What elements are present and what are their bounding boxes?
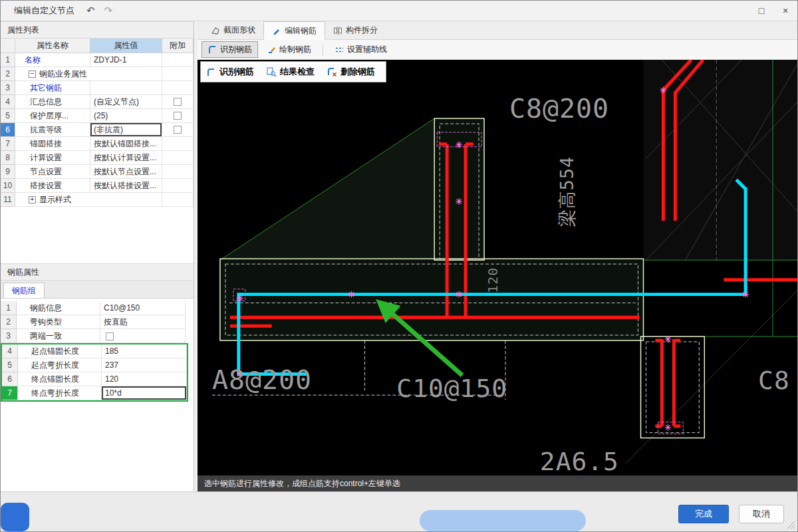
editor-tabs: 截面形状 编辑钢筋 构件拆分 xyxy=(198,21,797,40)
label-beam-height: 梁高554 xyxy=(557,156,577,227)
table-row[interactable]: 6终点锚固长度120 xyxy=(2,372,187,386)
window-title: 编辑自定义节点 xyxy=(14,5,74,17)
table-row[interactable]: 2−钢筋业务属性 xyxy=(1,67,194,81)
finish-button[interactable]: 完成 xyxy=(678,505,729,523)
highlight-group: 4起点锚固长度1855起点弯折长度2376终点锚固长度1207终点弯折长度10*… xyxy=(1,343,188,402)
table-row[interactable]: 8计算设置按默认计算设置... xyxy=(1,151,194,165)
row-number-cell: 6 xyxy=(1,123,15,137)
table-row[interactable]: 5保护层厚...(25) xyxy=(1,109,194,123)
attach-cell xyxy=(162,179,194,193)
background-window-artifact xyxy=(1,503,29,531)
corner-cell xyxy=(1,39,15,53)
identify-rebar-icon xyxy=(207,45,217,55)
property-value-cell[interactable]: 10*d xyxy=(102,386,187,400)
property-value-cell[interactable]: 按默认计算设置... xyxy=(90,151,162,165)
close-icon[interactable]: × xyxy=(773,1,797,21)
attach-cell xyxy=(162,81,194,95)
property-value-cell[interactable]: (非抗震) xyxy=(90,123,162,137)
menu-item-label: 删除钢筋 xyxy=(340,66,375,78)
row-number-cell: 2 xyxy=(1,67,15,81)
button-label: 设置辅助线 xyxy=(347,44,387,55)
maximize-icon[interactable]: □ xyxy=(749,1,773,21)
checkbox[interactable] xyxy=(174,126,182,134)
row-number-cell: 8 xyxy=(1,151,15,165)
table-row[interactable]: 4起点锚固长度185 xyxy=(2,344,187,358)
table-row[interactable]: 3其它钢筋 xyxy=(1,81,194,95)
row-number-cell: 1 xyxy=(1,301,17,315)
identify-rebar-button[interactable]: 识别钢筋 xyxy=(201,41,258,58)
property-value-cell[interactable]: 按默认搭接设置... xyxy=(90,179,162,193)
checkbox[interactable] xyxy=(174,98,182,106)
property-name-label: 显示样式 xyxy=(39,193,71,206)
attach-cell xyxy=(162,53,194,67)
cad-drawing[interactable]: C8@200 梁高554 A8@200 C10@150 2A6.5 C8 120 xyxy=(198,60,797,475)
property-value-cell[interactable]: 237 xyxy=(102,358,187,372)
table-row[interactable]: 2弯钩类型按直筋 xyxy=(1,315,186,329)
identify-rebar-menu-item[interactable]: 识别钢筋 xyxy=(206,66,254,78)
property-name-label: 钢筋业务属性 xyxy=(39,67,87,80)
table-row[interactable]: 1名称ZDYJD-1 xyxy=(1,53,194,67)
label-left-rebar: A8@200 xyxy=(212,364,312,395)
row-number-cell: 11 xyxy=(1,193,15,207)
result-check-menu-item[interactable]: 结果检查 xyxy=(266,66,315,78)
property-group-cell[interactable]: −钢筋业务属性 xyxy=(15,67,162,81)
column-header-value: 属性值 xyxy=(90,39,162,53)
property-group-cell[interactable]: +显示样式 xyxy=(15,193,162,207)
property-value-cell[interactable] xyxy=(90,81,162,95)
table-row[interactable]: 7锚固搭接按默认锚固搭接... xyxy=(1,137,194,151)
checkbox[interactable] xyxy=(174,112,182,120)
collapse-icon[interactable]: − xyxy=(29,70,36,78)
table-row[interactable]: 5起点弯折长度237 xyxy=(2,358,187,372)
resize-grip[interactable] xyxy=(786,520,795,529)
cancel-button[interactable]: 取消 xyxy=(739,505,784,523)
property-value-cell[interactable]: C10@150 xyxy=(100,301,186,315)
row-number-cell: 5 xyxy=(2,358,18,372)
dialog-footer: 完成 取消 xyxy=(1,491,797,531)
attach-cell xyxy=(162,67,194,81)
dialog-body: 属性列表 属性名称 属性值 附加 1名称ZDYJD-12−钢筋业务属性3其它钢筋… xyxy=(1,21,797,491)
table-row[interactable]: 9节点设置按默认节点设置... xyxy=(1,165,194,179)
expand-icon[interactable]: + xyxy=(29,196,36,203)
row-number-cell: 4 xyxy=(1,95,15,109)
tab-section-shape[interactable]: 截面形状 xyxy=(203,21,263,39)
property-value-cell[interactable]: 按默认锚固搭接... xyxy=(90,137,162,151)
label-bottom-rebar: 2A6.5 xyxy=(540,447,619,475)
property-value-cell[interactable] xyxy=(100,329,186,343)
property-value-cell[interactable]: 按直筋 xyxy=(100,315,186,329)
tab-component-split[interactable]: 构件拆分 xyxy=(325,21,386,39)
property-value-cell[interactable]: 120 xyxy=(102,372,187,386)
table-row[interactable]: 6抗震等级(非抗震) xyxy=(1,123,194,137)
table-row[interactable]: 3两端一致 xyxy=(1,329,186,343)
property-value-cell[interactable]: 185 xyxy=(102,344,187,358)
table-row[interactable]: 4汇总信息(自定义节点) xyxy=(1,95,194,109)
status-bar: 选中钢筋进行属性修改，成组点筋支持control+左键单选 xyxy=(198,475,797,491)
cad-canvas[interactable]: C8@200 梁高554 A8@200 C10@150 2A6.5 C8 120… xyxy=(198,60,797,475)
undo-icon[interactable]: ↶ xyxy=(86,5,95,17)
menu-item-label: 结果检查 xyxy=(280,66,315,78)
checkbox[interactable] xyxy=(106,332,114,340)
draw-rebar-button[interactable]: 绘制钢筋 xyxy=(261,41,317,58)
property-value-cell[interactable]: ZDYJD-1 xyxy=(90,53,162,67)
table-row[interactable]: 7终点弯折长度10*d xyxy=(2,386,187,400)
delete-rebar-menu-item[interactable]: 删除钢筋 xyxy=(327,66,375,78)
section-shape-icon xyxy=(211,26,220,35)
result-check-icon xyxy=(266,66,277,77)
redo-icon[interactable]: ↷ xyxy=(104,5,113,17)
table-row[interactable]: 11+显示样式 xyxy=(1,193,194,207)
label-dimension: 120 xyxy=(485,267,501,293)
property-value-cell[interactable]: 按默认节点设置... xyxy=(90,165,162,179)
table-row[interactable]: 10搭接设置按默认搭接设置... xyxy=(1,179,194,193)
property-value-cell[interactable]: (自定义节点) xyxy=(90,95,162,109)
label-mid-rebar: C10@150 xyxy=(396,374,507,403)
attach-cell xyxy=(162,123,194,137)
property-value-cell[interactable]: (25) xyxy=(90,109,162,123)
tab-edit-rebar[interactable]: 编辑钢筋 xyxy=(263,21,325,40)
property-name-cell: 起点锚固长度 xyxy=(18,344,102,358)
property-name-cell: 保护层厚... xyxy=(15,109,90,123)
button-label: 识别钢筋 xyxy=(220,44,252,55)
tab-rebar-group[interactable]: 钢筋组 xyxy=(3,283,45,298)
table-row[interactable]: 1钢筋信息C10@150 xyxy=(1,301,186,315)
property-name-cell: 搭接设置 xyxy=(15,179,90,193)
attach-cell xyxy=(162,95,194,109)
aux-line-button[interactable]: 设置辅助线 xyxy=(329,41,393,58)
